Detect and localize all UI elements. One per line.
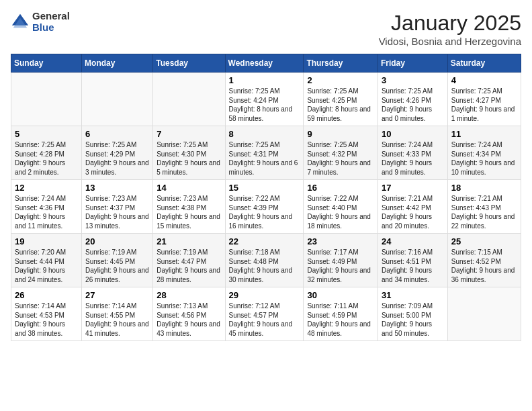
- day-info: Sunrise: 7:25 AM Sunset: 4:24 PM Dayligh…: [229, 87, 300, 123]
- calendar-cell: 27Sunrise: 7:14 AM Sunset: 4:55 PM Dayli…: [82, 287, 153, 341]
- day-info: Sunrise: 7:19 AM Sunset: 4:47 PM Dayligh…: [157, 248, 221, 284]
- day-info: Sunrise: 7:17 AM Sunset: 4:49 PM Dayligh…: [307, 248, 374, 284]
- day-number: 21: [157, 236, 221, 246]
- calendar-cell: [153, 73, 225, 126]
- calendar-cell: 6Sunrise: 7:25 AM Sunset: 4:29 PM Daylig…: [82, 126, 153, 180]
- day-info: Sunrise: 7:24 AM Sunset: 4:36 PM Dayligh…: [15, 194, 78, 230]
- day-number: 16: [307, 183, 374, 193]
- day-info: Sunrise: 7:13 AM Sunset: 4:56 PM Dayligh…: [157, 302, 221, 338]
- calendar-week-row: 19Sunrise: 7:20 AM Sunset: 4:44 PM Dayli…: [11, 234, 521, 287]
- logo-general: General: [32, 11, 70, 22]
- calendar-cell: [447, 287, 521, 341]
- calendar-table: SundayMondayTuesdayWednesdayThursdayFrid…: [11, 54, 521, 341]
- day-number: 14: [157, 183, 221, 193]
- title-block: January 2025 Vidosi, Bosnia and Herzegov…: [379, 11, 521, 47]
- day-info: Sunrise: 7:25 AM Sunset: 4:27 PM Dayligh…: [451, 87, 517, 123]
- calendar-cell: [11, 73, 82, 126]
- calendar-cell: 4Sunrise: 7:25 AM Sunset: 4:27 PM Daylig…: [447, 73, 521, 126]
- day-info: Sunrise: 7:18 AM Sunset: 4:48 PM Dayligh…: [229, 248, 300, 284]
- calendar-cell: 23Sunrise: 7:17 AM Sunset: 4:49 PM Dayli…: [304, 234, 378, 287]
- calendar-cell: 18Sunrise: 7:21 AM Sunset: 4:43 PM Dayli…: [447, 180, 521, 234]
- day-info: Sunrise: 7:25 AM Sunset: 4:26 PM Dayligh…: [382, 87, 444, 123]
- calendar-cell: 14Sunrise: 7:23 AM Sunset: 4:38 PM Dayli…: [153, 180, 225, 234]
- location-title: Vidosi, Bosnia and Herzegovina: [379, 36, 521, 47]
- calendar-cell: 30Sunrise: 7:11 AM Sunset: 4:59 PM Dayli…: [304, 287, 378, 341]
- calendar-week-row: 12Sunrise: 7:24 AM Sunset: 4:36 PM Dayli…: [11, 180, 521, 234]
- calendar-cell: 19Sunrise: 7:20 AM Sunset: 4:44 PM Dayli…: [11, 234, 82, 287]
- day-number: 2: [307, 75, 374, 85]
- calendar-week-row: 1Sunrise: 7:25 AM Sunset: 4:24 PM Daylig…: [11, 73, 521, 126]
- day-number: 28: [157, 290, 221, 300]
- calendar-cell: 12Sunrise: 7:24 AM Sunset: 4:36 PM Dayli…: [11, 180, 82, 234]
- day-number: 13: [85, 183, 149, 193]
- day-info: Sunrise: 7:25 AM Sunset: 4:28 PM Dayligh…: [15, 140, 78, 177]
- day-info: Sunrise: 7:09 AM Sunset: 5:00 PM Dayligh…: [382, 302, 444, 338]
- calendar-cell: 8Sunrise: 7:25 AM Sunset: 4:31 PM Daylig…: [225, 126, 304, 180]
- day-number: 12: [15, 183, 78, 193]
- calendar-cell: 20Sunrise: 7:19 AM Sunset: 4:45 PM Dayli…: [82, 234, 153, 287]
- day-number: 7: [157, 129, 221, 139]
- day-number: 30: [307, 290, 374, 300]
- day-number: 26: [15, 290, 78, 300]
- day-info: Sunrise: 7:14 AM Sunset: 4:53 PM Dayligh…: [15, 302, 78, 338]
- day-number: 18: [451, 183, 517, 193]
- calendar-cell: 28Sunrise: 7:13 AM Sunset: 4:56 PM Dayli…: [153, 287, 225, 341]
- calendar-cell: 7Sunrise: 7:25 AM Sunset: 4:30 PM Daylig…: [153, 126, 225, 180]
- day-info: Sunrise: 7:25 AM Sunset: 4:30 PM Dayligh…: [157, 140, 221, 177]
- day-number: 23: [307, 236, 374, 246]
- day-number: 25: [451, 236, 517, 246]
- day-number: 19: [15, 236, 78, 246]
- calendar-cell: 10Sunrise: 7:24 AM Sunset: 4:33 PM Dayli…: [378, 126, 447, 180]
- day-info: Sunrise: 7:25 AM Sunset: 4:29 PM Dayligh…: [85, 140, 149, 177]
- calendar-header: SundayMondayTuesdayWednesdayThursdayFrid…: [11, 54, 521, 73]
- day-info: Sunrise: 7:12 AM Sunset: 4:57 PM Dayligh…: [229, 302, 300, 338]
- calendar-cell: 22Sunrise: 7:18 AM Sunset: 4:48 PM Dayli…: [225, 234, 304, 287]
- day-info: Sunrise: 7:16 AM Sunset: 4:51 PM Dayligh…: [382, 248, 444, 284]
- day-info: Sunrise: 7:14 AM Sunset: 4:55 PM Dayligh…: [85, 302, 149, 338]
- day-info: Sunrise: 7:11 AM Sunset: 4:59 PM Dayligh…: [307, 302, 374, 338]
- day-number: 27: [85, 290, 149, 300]
- day-info: Sunrise: 7:23 AM Sunset: 4:37 PM Dayligh…: [85, 194, 149, 230]
- day-info: Sunrise: 7:21 AM Sunset: 4:43 PM Dayligh…: [451, 194, 517, 230]
- calendar-cell: 31Sunrise: 7:09 AM Sunset: 5:00 PM Dayli…: [378, 287, 447, 341]
- calendar-cell: 9Sunrise: 7:25 AM Sunset: 4:32 PM Daylig…: [304, 126, 378, 180]
- day-number: 9: [307, 129, 374, 139]
- day-number: 5: [15, 129, 78, 139]
- logo-text: General Blue: [32, 11, 70, 33]
- calendar-cell: [82, 73, 153, 126]
- day-number: 20: [85, 236, 149, 246]
- header-row: SundayMondayTuesdayWednesdayThursdayFrid…: [11, 54, 521, 73]
- day-number: 6: [85, 129, 149, 139]
- header-day: Tuesday: [153, 54, 225, 73]
- day-number: 15: [229, 183, 300, 193]
- header-day: Wednesday: [225, 54, 304, 73]
- calendar-body: 1Sunrise: 7:25 AM Sunset: 4:24 PM Daylig…: [11, 73, 521, 341]
- day-info: Sunrise: 7:22 AM Sunset: 4:40 PM Dayligh…: [307, 194, 374, 230]
- day-number: 24: [382, 236, 444, 246]
- calendar-week-row: 26Sunrise: 7:14 AM Sunset: 4:53 PM Dayli…: [11, 287, 521, 341]
- header-day: Saturday: [447, 54, 521, 73]
- calendar-cell: 5Sunrise: 7:25 AM Sunset: 4:28 PM Daylig…: [11, 126, 82, 180]
- logo: General Blue: [11, 11, 70, 33]
- day-number: 17: [382, 183, 444, 193]
- day-info: Sunrise: 7:21 AM Sunset: 4:42 PM Dayligh…: [382, 194, 444, 230]
- calendar-cell: 3Sunrise: 7:25 AM Sunset: 4:26 PM Daylig…: [378, 73, 447, 126]
- day-number: 10: [382, 129, 444, 139]
- calendar-cell: 1Sunrise: 7:25 AM Sunset: 4:24 PM Daylig…: [225, 73, 304, 126]
- day-number: 8: [229, 129, 300, 139]
- day-info: Sunrise: 7:25 AM Sunset: 4:25 PM Dayligh…: [307, 87, 374, 123]
- page-header: General Blue January 2025 Vidosi, Bosnia…: [11, 11, 521, 47]
- day-info: Sunrise: 7:20 AM Sunset: 4:44 PM Dayligh…: [15, 248, 78, 284]
- calendar-cell: 25Sunrise: 7:15 AM Sunset: 4:52 PM Dayli…: [447, 234, 521, 287]
- header-day: Sunday: [11, 54, 82, 73]
- month-title: January 2025: [379, 11, 521, 36]
- calendar-cell: 29Sunrise: 7:12 AM Sunset: 4:57 PM Dayli…: [225, 287, 304, 341]
- calendar-week-row: 5Sunrise: 7:25 AM Sunset: 4:28 PM Daylig…: [11, 126, 521, 180]
- day-number: 4: [451, 75, 517, 85]
- calendar-cell: 13Sunrise: 7:23 AM Sunset: 4:37 PM Dayli…: [82, 180, 153, 234]
- day-info: Sunrise: 7:23 AM Sunset: 4:38 PM Dayligh…: [157, 194, 221, 230]
- day-info: Sunrise: 7:15 AM Sunset: 4:52 PM Dayligh…: [451, 248, 517, 284]
- day-number: 1: [229, 75, 300, 85]
- day-info: Sunrise: 7:25 AM Sunset: 4:32 PM Dayligh…: [307, 140, 374, 177]
- day-number: 31: [382, 290, 444, 300]
